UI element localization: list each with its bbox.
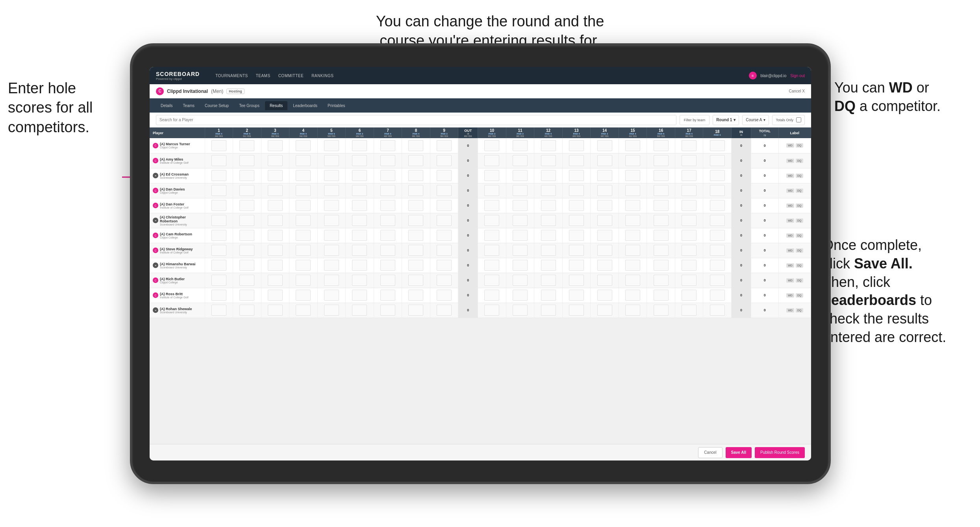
hole-8-input[interactable] bbox=[408, 290, 423, 301]
hole-15-input[interactable] bbox=[625, 155, 640, 166]
hole-5-input[interactable] bbox=[324, 275, 339, 286]
hole-7-input[interactable] bbox=[380, 170, 395, 181]
hole-18-input[interactable] bbox=[710, 275, 725, 286]
hole-16-input[interactable] bbox=[654, 305, 669, 316]
hole-15-input[interactable] bbox=[625, 245, 640, 256]
hole-14-input[interactable] bbox=[597, 260, 612, 271]
hole-8-input[interactable] bbox=[408, 275, 423, 286]
hole-17-input[interactable] bbox=[682, 215, 697, 226]
hole-8-input[interactable] bbox=[408, 230, 423, 241]
hole-10-input[interactable] bbox=[484, 260, 499, 271]
dq-button[interactable]: DQ bbox=[796, 248, 803, 253]
hole-14-input[interactable] bbox=[597, 215, 612, 226]
hole-7-input[interactable] bbox=[380, 230, 395, 241]
hole-10-input[interactable] bbox=[484, 185, 499, 196]
hole-11-input[interactable] bbox=[513, 155, 528, 166]
hole-4-input[interactable] bbox=[296, 155, 311, 166]
totals-only-toggle[interactable]: Totals Only bbox=[772, 115, 805, 125]
hole-14-input[interactable] bbox=[597, 305, 612, 316]
hole-14-input[interactable] bbox=[597, 140, 612, 151]
hole-6-input[interactable] bbox=[352, 155, 367, 166]
hole-7-input[interactable] bbox=[380, 185, 395, 196]
hole-4-input[interactable] bbox=[296, 245, 311, 256]
hole-6-input[interactable] bbox=[352, 170, 367, 181]
hole-14-input[interactable] bbox=[597, 245, 612, 256]
hole-18-input[interactable] bbox=[710, 170, 725, 181]
hole-10-input[interactable] bbox=[484, 290, 499, 301]
dq-button[interactable]: DQ bbox=[796, 278, 803, 283]
wd-button[interactable]: WD bbox=[786, 159, 794, 163]
hole-5-input[interactable] bbox=[324, 245, 339, 256]
cancel-tournament-btn[interactable]: Cancel X bbox=[789, 89, 805, 93]
wd-button[interactable]: WD bbox=[786, 189, 794, 193]
hole-4-input[interactable] bbox=[296, 170, 311, 181]
hole-1-input[interactable] bbox=[211, 155, 226, 166]
hole-1-input[interactable] bbox=[211, 215, 226, 226]
hole-12-input[interactable] bbox=[541, 260, 556, 271]
hole-13-input[interactable] bbox=[569, 140, 584, 151]
hole-9-input[interactable] bbox=[437, 230, 452, 241]
hole-14-input[interactable] bbox=[597, 185, 612, 196]
hole-9-input[interactable] bbox=[437, 140, 452, 151]
dq-button[interactable]: DQ bbox=[796, 159, 803, 163]
hole-3-input[interactable] bbox=[268, 305, 283, 316]
hole-9-input[interactable] bbox=[437, 305, 452, 316]
hole-4-input[interactable] bbox=[296, 200, 311, 211]
hole-17-input[interactable] bbox=[682, 155, 697, 166]
course-selector[interactable]: Course A ▾ bbox=[742, 115, 769, 125]
hole-13-input[interactable] bbox=[569, 200, 584, 211]
hole-5-input[interactable] bbox=[324, 185, 339, 196]
hole-14-input[interactable] bbox=[597, 155, 612, 166]
hole-16-input[interactable] bbox=[654, 140, 669, 151]
hole-2-input[interactable] bbox=[239, 230, 254, 241]
hole-17-input[interactable] bbox=[682, 185, 697, 196]
tab-details[interactable]: Details bbox=[156, 101, 178, 110]
hole-17-input[interactable] bbox=[682, 200, 697, 211]
hole-8-input[interactable] bbox=[408, 170, 423, 181]
hole-18-input[interactable] bbox=[710, 140, 725, 151]
hole-15-input[interactable] bbox=[625, 215, 640, 226]
hole-12-input[interactable] bbox=[541, 140, 556, 151]
hole-11-input[interactable] bbox=[513, 245, 528, 256]
hole-9-input[interactable] bbox=[437, 170, 452, 181]
hole-1-input[interactable] bbox=[211, 200, 226, 211]
nav-committee[interactable]: COMMITTEE bbox=[278, 74, 304, 78]
hole-18-input[interactable] bbox=[710, 200, 725, 211]
hole-12-input[interactable] bbox=[541, 170, 556, 181]
hole-5-input[interactable] bbox=[324, 170, 339, 181]
wd-button[interactable]: WD bbox=[786, 233, 794, 238]
hole-1-input[interactable] bbox=[211, 170, 226, 181]
hole-12-input[interactable] bbox=[541, 200, 556, 211]
hole-16-input[interactable] bbox=[654, 200, 669, 211]
hole-5-input[interactable] bbox=[324, 305, 339, 316]
hole-2-input[interactable] bbox=[239, 290, 254, 301]
wd-button[interactable]: WD bbox=[786, 278, 794, 283]
sign-out-link[interactable]: Sign out bbox=[790, 74, 805, 78]
hole-2-input[interactable] bbox=[239, 155, 254, 166]
hole-10-input[interactable] bbox=[484, 170, 499, 181]
hole-12-input[interactable] bbox=[541, 215, 556, 226]
hole-15-input[interactable] bbox=[625, 200, 640, 211]
hole-1-input[interactable] bbox=[211, 275, 226, 286]
hole-13-input[interactable] bbox=[569, 170, 584, 181]
hole-2-input[interactable] bbox=[239, 170, 254, 181]
hole-1-input[interactable] bbox=[211, 185, 226, 196]
wd-button[interactable]: WD bbox=[786, 293, 794, 298]
hole-18-input[interactable] bbox=[710, 230, 725, 241]
dq-button[interactable]: DQ bbox=[796, 203, 803, 208]
hole-6-input[interactable] bbox=[352, 290, 367, 301]
hole-6-input[interactable] bbox=[352, 230, 367, 241]
hole-3-input[interactable] bbox=[268, 185, 283, 196]
hole-18-input[interactable] bbox=[710, 290, 725, 301]
hole-14-input[interactable] bbox=[597, 200, 612, 211]
hole-16-input[interactable] bbox=[654, 185, 669, 196]
hole-12-input[interactable] bbox=[541, 275, 556, 286]
wd-button[interactable]: WD bbox=[786, 143, 794, 148]
hole-4-input[interactable] bbox=[296, 185, 311, 196]
hole-11-input[interactable] bbox=[513, 230, 528, 241]
hole-14-input[interactable] bbox=[597, 170, 612, 181]
hole-9-input[interactable] bbox=[437, 215, 452, 226]
hole-16-input[interactable] bbox=[654, 290, 669, 301]
hole-16-input[interactable] bbox=[654, 275, 669, 286]
hole-18-input[interactable] bbox=[710, 305, 725, 316]
